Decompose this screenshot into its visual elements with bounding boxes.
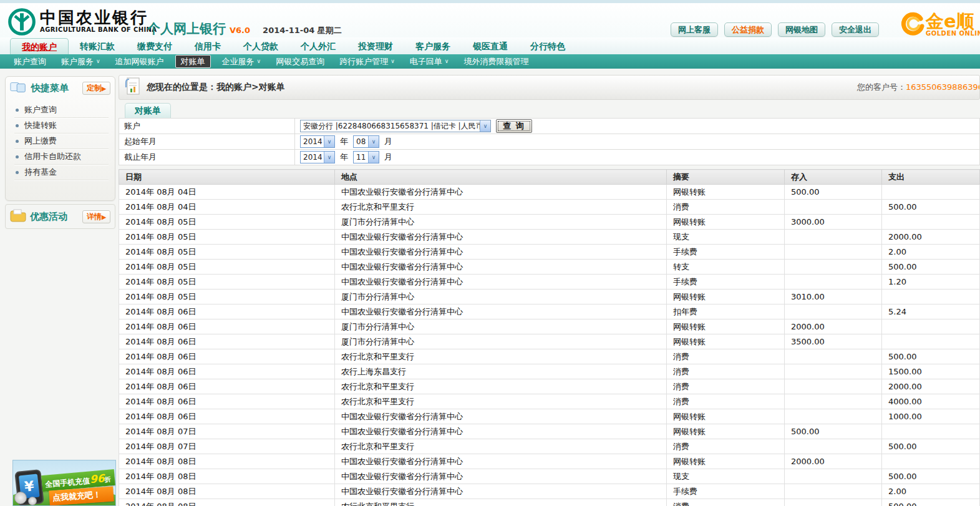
bullet-icon xyxy=(16,155,19,158)
year-suffix: 年 xyxy=(340,152,348,163)
cell-place: 中国农业银行安徽省分行清算中心 xyxy=(335,484,667,499)
cell-date: 2014年 08月 05日 xyxy=(119,245,335,260)
subnav-account-services[interactable]: 账户服务∨ xyxy=(54,54,108,69)
safe-logout-button[interactable]: 安全退出 xyxy=(832,22,879,37)
quick-menu-panel: 快捷菜单 定制▶ 账户查询 快捷转账 网上缴费 信用卡自助还款 持有基金 xyxy=(5,76,115,201)
cell-date: 2014年 08月 08日 xyxy=(119,454,335,469)
cell-deposit xyxy=(785,364,882,379)
query-button[interactable]: 查 询 xyxy=(496,119,532,133)
table-row: 2014年 08月 04日 农行北京和平里支行 消费 500.00 xyxy=(119,200,980,215)
quick-menu-item[interactable]: 网上缴费 xyxy=(14,134,109,149)
cell-deposit xyxy=(785,200,882,215)
bank-map-button[interactable]: 网银地图 xyxy=(778,22,825,37)
cell-withdrawal xyxy=(882,215,980,230)
cell-date: 2014年 08月 06日 xyxy=(119,304,335,319)
customize-button[interactable]: 定制▶ xyxy=(82,82,110,95)
col-withdrawal: 支出 xyxy=(882,170,980,185)
start-month-select[interactable]: 08 ∨ xyxy=(353,135,379,148)
cell-deposit xyxy=(785,499,882,506)
table-row: 2014年 08月 06日 厦门市分行清算中心 网银转账 3500.00 xyxy=(119,334,980,349)
subnav-interbank-account-mgmt[interactable]: 跨行账户管理∨ xyxy=(332,54,402,69)
tab-branch-features[interactable]: 分行特色 xyxy=(519,38,576,54)
tab-personal-forex[interactable]: 个人外汇 xyxy=(289,38,347,54)
tab-transfer-remit[interactable]: 转账汇款 xyxy=(69,38,126,54)
cell-date: 2014年 08月 05日 xyxy=(119,260,335,275)
cell-withdrawal: 500.00 xyxy=(882,439,980,454)
charity-donation-button[interactable]: 公益捐款 xyxy=(724,22,772,37)
tab-my-accounts[interactable]: 我的账户 xyxy=(10,38,69,54)
quick-menu-item[interactable]: 账户查询 xyxy=(14,102,109,118)
quick-menu-item[interactable]: 持有基金 xyxy=(14,165,109,180)
cell-summary: 手续费 xyxy=(667,245,785,260)
cell-place: 厦门市分行清算中心 xyxy=(335,215,667,230)
cell-place: 中国农业银行安徽省分行清算中心 xyxy=(335,245,667,260)
tab-investment[interactable]: 投资理财 xyxy=(347,38,404,54)
table-header-row: 日期 地点 摘要 存入 支出 xyxy=(119,170,980,185)
cell-summary: 网银转账 xyxy=(667,409,785,424)
cell-place: 厦门市分行清算中心 xyxy=(335,319,667,334)
end-month-select[interactable]: 11 ∨ xyxy=(353,151,379,163)
subnav-corporate-services[interactable]: 企业服务∨ xyxy=(215,54,269,69)
product-title-line: 个人网上银行 V6.0 2014-11-04 星期二 xyxy=(147,20,342,37)
details-button[interactable]: 详情▶ xyxy=(82,210,110,223)
cell-summary: 网银转账 xyxy=(667,454,785,469)
cell-place: 中国农业银行安徽省分行清算中心 xyxy=(335,230,667,245)
golden-online-logo: 金e顺 GOLDEN ONLINE xyxy=(900,12,980,37)
cell-place: 农行北京和平里支行 xyxy=(335,394,667,409)
quick-menu-item[interactable]: 信用卡自助还款 xyxy=(14,149,109,165)
statement-tab[interactable]: 对账单 xyxy=(125,103,171,118)
tab-bill-payment[interactable]: 缴费支付 xyxy=(126,38,183,54)
breadcrumb: 您现在的位置是：我的账户>对账单 xyxy=(147,82,285,93)
sub-nav: 账户查询 账户服务∨ 追加网银账户 对账单 企业服务∨ 网银交易查询 跨行账户管… xyxy=(0,54,980,69)
promotions-panel: 优惠活动 详情▶ xyxy=(5,204,115,229)
cell-deposit xyxy=(785,275,882,289)
subnav-statement[interactable]: 对账单 xyxy=(175,55,211,68)
cell-summary: 消费 xyxy=(667,439,785,454)
product-title: 个人网上银行 xyxy=(147,20,226,37)
table-row: 2014年 08月 06日 农行北京和平里支行 消费 2000.00 xyxy=(119,379,980,394)
cell-deposit: 3010.00 xyxy=(785,289,882,304)
tab-credit-card[interactable]: 信用卡 xyxy=(183,38,232,54)
cell-withdrawal: 2.00 xyxy=(882,484,980,499)
tab-customer-service[interactable]: 客户服务 xyxy=(404,38,462,54)
main-content: 您现在的位置是：我的账户>对账单 您的客户号：163550639886396 对… xyxy=(119,75,980,506)
tab-bank-medical[interactable]: 银医直通 xyxy=(462,38,519,54)
cell-date: 2014年 08月 06日 xyxy=(119,364,335,379)
cell-deposit xyxy=(785,304,882,319)
online-service-button[interactable]: 网上客服 xyxy=(671,22,718,37)
cell-place: 农行北京和平里支行 xyxy=(335,439,667,454)
cell-place: 中国农业银行安徽省分行清算中心 xyxy=(335,424,667,439)
cell-deposit xyxy=(785,260,882,275)
table-row: 2014年 08月 05日 厦门市分行清算中心 网银转账 3010.00 xyxy=(119,289,980,304)
cell-summary: 手续费 xyxy=(667,484,785,499)
mobile-recharge-banner[interactable]: ¥ 全国手机充值96折 点我就充吧！ xyxy=(12,460,116,506)
chevron-down-icon: ∨ xyxy=(96,54,100,69)
cell-withdrawal xyxy=(882,424,980,439)
bullet-icon xyxy=(16,171,19,174)
subnav-add-ebank-account[interactable]: 追加网银账户 xyxy=(108,54,172,69)
quick-menu-title: 快捷菜单 xyxy=(31,82,82,94)
cell-place: 农行北京和平里支行 xyxy=(335,349,667,364)
quick-menu-item[interactable]: 快捷转账 xyxy=(14,118,109,134)
subnav-ebank-transaction-inquiry[interactable]: 网银交易查询 xyxy=(268,54,332,69)
cell-place: 农行北京和平里支行 xyxy=(335,200,667,215)
start-year-select[interactable]: 2014 ∨ xyxy=(300,135,335,148)
coin-icon xyxy=(28,497,37,505)
breadcrumb-bar: 您现在的位置是：我的账户>对账单 您的客户号：163550639886396 xyxy=(119,75,980,100)
table-row: 2014年 08月 06日 中国农业银行安徽省分行清算中心 网银转账 1000.… xyxy=(119,409,980,424)
tab-personal-loan[interactable]: 个人贷款 xyxy=(232,38,289,54)
end-year-select[interactable]: 2014 ∨ xyxy=(300,151,335,163)
account-select[interactable]: 安徽分行 |6228480668315658371 |借记卡 |人民币 |本币 … xyxy=(300,120,491,132)
subnav-overseas-limit-mgmt[interactable]: 境外消费限额管理 xyxy=(456,54,536,69)
cell-place: 农行北京和平里支行 xyxy=(335,379,667,394)
table-row: 2014年 08月 08日 中国农业银行安徽省分行清算中心 网银转账 2000.… xyxy=(119,454,980,469)
main-nav: 我的账户 转账汇款 缴费支付 信用卡 个人贷款 个人外汇 投资理财 客户服务 银… xyxy=(0,37,980,54)
cell-date: 2014年 08月 07日 xyxy=(119,424,335,439)
subnav-e-receipt[interactable]: 电子回单∨ xyxy=(402,54,457,69)
subnav-account-inquiry[interactable]: 账户查询 xyxy=(6,54,54,69)
chevron-down-icon: ∨ xyxy=(445,54,449,69)
coin-icon xyxy=(14,492,27,504)
cell-summary: 手续费 xyxy=(667,275,785,289)
cell-place: 中国农业银行安徽省分行清算中心 xyxy=(335,454,667,469)
table-row: 2014年 08月 05日 中国农业银行安徽省分行清算中心 手续费 1.20 xyxy=(119,275,980,289)
